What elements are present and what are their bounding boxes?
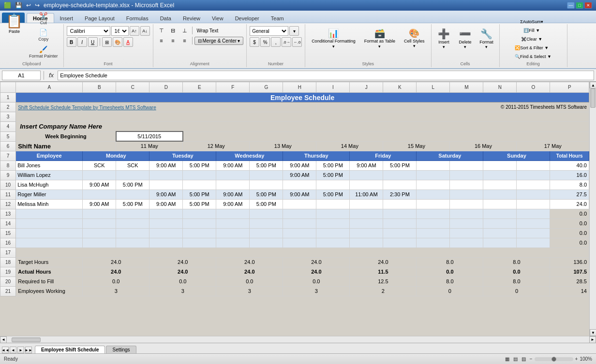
col-header-l[interactable]: L — [417, 82, 450, 93]
r8-fri1[interactable]: 9:00 AM — [350, 160, 383, 170]
wrap-text-button[interactable]: Wrap Text — [194, 27, 221, 35]
col-header-e[interactable]: E — [183, 82, 216, 93]
sheet-first-button[interactable]: ◄◄ — [2, 347, 9, 353]
r8-thu2[interactable]: 5:00 PM — [316, 160, 350, 170]
r11-total[interactable]: 27.5 — [550, 189, 589, 199]
hscroll-right-button[interactable]: ► — [589, 336, 596, 343]
company-name-cell[interactable]: Insert Company Name Here — [16, 122, 589, 132]
close-button[interactable]: ✕ — [584, 2, 592, 9]
col-header-b[interactable]: B — [83, 82, 116, 93]
comma-button[interactable]: , — [271, 37, 281, 47]
minimize-button[interactable]: — — [567, 2, 575, 9]
maximize-button[interactable]: □ — [576, 2, 583, 9]
formula-input[interactable] — [58, 71, 594, 80]
shift-name-cell[interactable]: Shift Name — [16, 141, 116, 151]
redo-button[interactable]: ↪ — [34, 2, 41, 9]
r10-sat2[interactable] — [450, 180, 483, 189]
tab-view[interactable]: View — [206, 14, 229, 23]
scroll-up-button[interactable]: ▲ — [590, 82, 596, 88]
r9-fri1[interactable] — [350, 170, 383, 180]
r9-sat1[interactable] — [417, 170, 450, 180]
align-middle-button[interactable]: ⊟ — [168, 26, 179, 35]
r12-sun1[interactable] — [483, 199, 517, 209]
r10-sat1[interactable] — [417, 180, 450, 189]
r12-tue1[interactable]: 9:00 AM — [149, 199, 183, 209]
r11-fri1[interactable]: 11:00 AM — [350, 189, 383, 199]
table-row[interactable]: 21 Employees Working 3 3 3 3 2 0 0 14 — [0, 286, 589, 296]
col-header-g[interactable]: G — [250, 82, 283, 93]
r12-thu1[interactable] — [283, 199, 316, 209]
r8-sat2[interactable] — [450, 160, 483, 170]
cell-styles-button[interactable]: 🎨 Cell Styles ▾ — [401, 26, 428, 50]
r10-name[interactable]: Lisa McHugh — [16, 180, 83, 189]
r12-wed2[interactable]: 5:00 PM — [250, 199, 283, 209]
align-right-button[interactable]: ≡ — [179, 36, 190, 45]
r11-wed1[interactable]: 9:00 AM — [216, 189, 250, 199]
currency-button[interactable]: $ — [250, 37, 259, 47]
col-header-f[interactable]: F — [216, 82, 250, 93]
week-begin-value[interactable]: 5/11/2015 — [116, 131, 183, 141]
r8-total[interactable]: 40.0 — [550, 160, 589, 170]
r9-thu2[interactable]: 5:00 PM — [316, 170, 350, 180]
r9-name[interactable]: William Lopez — [16, 170, 83, 180]
table-row[interactable]: 9 William Lopez 9:00 AM 5:00 PM — [0, 170, 589, 180]
find-select-button[interactable]: 🔍 Find & Select ▼ — [512, 53, 554, 60]
r11-tue2[interactable]: 5:00 PM — [183, 189, 216, 199]
r9-tue2[interactable] — [183, 170, 216, 180]
r12-name[interactable]: Melissa Minh — [16, 199, 83, 209]
r11-sat2[interactable] — [450, 189, 483, 199]
r8-tue2[interactable]: 5:00 PM — [183, 160, 216, 170]
r10-tue1[interactable] — [149, 180, 183, 189]
r10-sun1[interactable] — [483, 180, 517, 189]
col-header-p[interactable]: P — [550, 82, 589, 93]
row3-empty[interactable] — [16, 112, 589, 122]
sheet-prev-button[interactable]: ◄ — [10, 347, 16, 353]
sort-filter-button[interactable]: 🔀 Sort & Filter ▼ — [512, 44, 551, 52]
number-format-select[interactable]: General — [250, 26, 288, 36]
r10-wed1[interactable] — [216, 180, 250, 189]
col-header-j[interactable]: J — [350, 82, 383, 93]
col-header-i[interactable]: I — [316, 82, 350, 93]
table-row[interactable]: 12 Melissa Minh 9:00 AM 5:00 PM 9:00 AM … — [0, 199, 589, 209]
tab-team[interactable]: Team — [265, 14, 290, 23]
sheet-tab-schedule[interactable]: Employee Shift Schedule — [35, 346, 105, 353]
fill-button[interactable]: ⬇️ Fill ▼ — [512, 27, 551, 34]
r12-fri1[interactable] — [350, 199, 383, 209]
font-name-select[interactable]: Calibri — [67, 26, 110, 36]
decrease-font-button[interactable]: A↓ — [140, 26, 150, 36]
r9-wed1[interactable] — [216, 170, 250, 180]
scroll-down-button[interactable]: ▼ — [590, 329, 596, 336]
tab-data[interactable]: Data — [154, 14, 177, 23]
r11-mon2[interactable] — [116, 189, 149, 199]
col-header-c[interactable]: C — [116, 82, 149, 93]
paste-button[interactable]: 📋 Paste — [3, 11, 26, 36]
r12-sat2[interactable] — [450, 199, 483, 209]
percent-button[interactable]: % — [260, 37, 270, 47]
hscroll-left-button[interactable]: ◄ — [0, 336, 7, 343]
r10-thu2[interactable] — [316, 180, 350, 189]
r9-sun1[interactable] — [483, 170, 517, 180]
font-color-button[interactable]: A — [123, 37, 133, 47]
tab-page-layout[interactable]: Page Layout — [79, 14, 120, 23]
tab-developer[interactable]: Developer — [229, 14, 265, 23]
autosum-button[interactable]: Σ AutoSum ▾ — [512, 18, 551, 26]
col-header-n[interactable]: N — [483, 82, 517, 93]
r10-sun2[interactable] — [517, 180, 550, 189]
r10-tue2[interactable] — [183, 180, 216, 189]
r8-mon1[interactable]: SCK — [83, 160, 116, 170]
sheet-last-button[interactable]: ►► — [25, 347, 32, 353]
merge-center-button[interactable]: ⊟ Merge & Center ▾ — [194, 37, 244, 45]
r11-sat1[interactable] — [417, 189, 450, 199]
format-button[interactable]: 🔧 Format ▾ — [477, 26, 496, 51]
r9-mon2[interactable] — [116, 170, 149, 180]
undo-button[interactable]: ↩ — [25, 2, 32, 9]
r9-thu1[interactable]: 9:00 AM — [283, 170, 316, 180]
r10-fri1[interactable] — [350, 180, 383, 189]
scroll-thumb[interactable] — [590, 88, 596, 108]
col-header-m[interactable]: M — [450, 82, 483, 93]
r11-fri2[interactable]: 2:30 PM — [383, 189, 417, 199]
underline-button[interactable]: U — [88, 37, 98, 47]
r8-name[interactable]: Bill Jones — [16, 160, 83, 170]
conditional-formatting-button[interactable]: 📊 Conditional Formatting ▾ — [308, 26, 359, 51]
r12-sat1[interactable] — [417, 199, 450, 209]
